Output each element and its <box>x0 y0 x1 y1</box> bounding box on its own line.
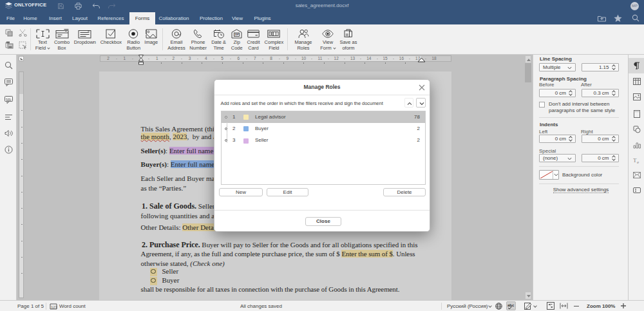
svg-text:123: 123 <box>51 305 57 309</box>
svg-text:abc: abc <box>507 303 515 307</box>
svg-text:e: e <box>637 160 639 164</box>
